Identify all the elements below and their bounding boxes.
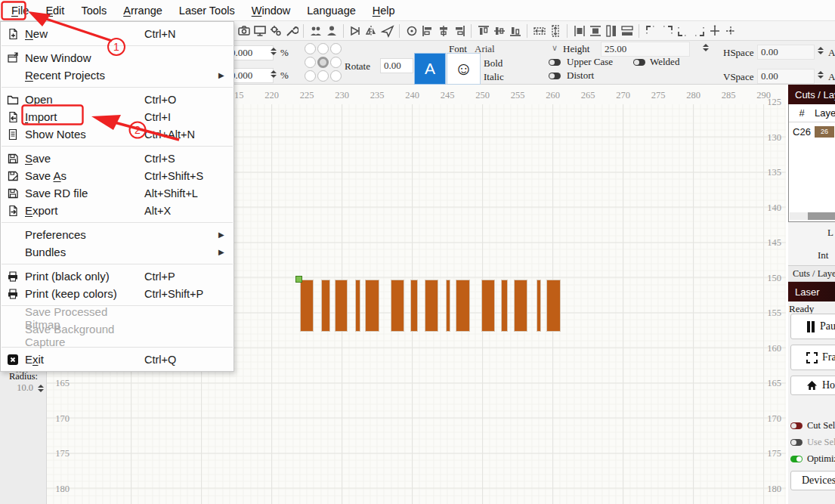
menu-item-save-as[interactable]: Save AsCtrl+Shift+S bbox=[1, 167, 233, 184]
file-import-icon bbox=[1, 111, 25, 123]
ruler-tick-v-right: 140 bbox=[756, 202, 781, 214]
font-value[interactable]: Arial bbox=[475, 43, 495, 55]
layer-color-swatch[interactable]: 26 bbox=[815, 126, 834, 138]
toggle-cut-sel[interactable]: Cut Sel bbox=[790, 420, 835, 431]
align-left-icon[interactable] bbox=[419, 23, 435, 39]
x-scale-spinner[interactable] bbox=[269, 45, 277, 57]
menu-item-new-window[interactable]: New Window bbox=[1, 49, 233, 66]
menu-item-open[interactable]: OpenCtrl+O bbox=[1, 91, 233, 108]
align-middle-icon[interactable] bbox=[491, 23, 507, 39]
size-height-icon[interactable] bbox=[547, 23, 563, 39]
menu-item-export[interactable]: ExportAlt+X bbox=[1, 202, 233, 219]
welded-toggle[interactable] bbox=[633, 59, 645, 66]
devices-button[interactable]: Devices bbox=[790, 471, 835, 490]
menu-item-save-background-capture[interactable]: Save Background Capture bbox=[1, 326, 233, 344]
vspace-field[interactable]: 0.00 bbox=[757, 69, 815, 84]
group-icon[interactable] bbox=[308, 23, 323, 39]
pause-button[interactable]: Pause bbox=[790, 314, 835, 339]
cross-move-icon[interactable] bbox=[707, 23, 722, 39]
align-right-icon[interactable] bbox=[451, 23, 467, 39]
hspace-label: HSpace bbox=[723, 47, 753, 59]
wrench-icon[interactable] bbox=[283, 23, 299, 39]
plane-icon[interactable] bbox=[379, 23, 395, 39]
italic-option[interactable]: Italic bbox=[484, 71, 504, 83]
toggle-optimiz[interactable]: Optimiz bbox=[790, 453, 835, 465]
upper-case-toggle[interactable] bbox=[549, 59, 561, 66]
layer-row[interactable]: C26 26 bbox=[789, 122, 835, 141]
size-width-icon[interactable] bbox=[531, 23, 547, 39]
settings-icon[interactable] bbox=[268, 23, 283, 39]
height-spinner[interactable] bbox=[701, 42, 710, 54]
menu-help[interactable]: Help bbox=[364, 0, 404, 21]
layers-hscrollbar[interactable] bbox=[790, 212, 835, 220]
corner-tl-icon[interactable] bbox=[643, 23, 659, 39]
file-menu-dropdown: NewCtrl+NNew WindowRecent Projects▶OpenC… bbox=[0, 21, 234, 372]
menu-item-show-notes[interactable]: Show NotesCtrl+Alt+N bbox=[1, 125, 233, 143]
menu-item-new[interactable]: NewCtrl+N bbox=[1, 25, 233, 42]
ruler-tick-v-right: 130 bbox=[756, 131, 781, 144]
monitor-icon[interactable] bbox=[252, 23, 268, 39]
menu-language[interactable]: Language bbox=[298, 0, 364, 21]
menu-laser-tools[interactable]: Laser Tools bbox=[171, 0, 243, 21]
frame-button[interactable]: Frame bbox=[790, 345, 835, 370]
menu-item-exit[interactable]: ExitCtrl+Q bbox=[1, 351, 233, 368]
notes-icon bbox=[1, 128, 25, 141]
menu-edit[interactable]: Edit bbox=[37, 0, 73, 21]
menu-item-bundles[interactable]: Bundles▶ bbox=[1, 243, 233, 261]
flip-icon[interactable] bbox=[363, 23, 379, 39]
menu-file[interactable]: File bbox=[3, 0, 37, 21]
anchor-point-selector[interactable] bbox=[305, 43, 342, 83]
distribute-center-icon[interactable] bbox=[587, 23, 603, 39]
folder-open-icon bbox=[1, 94, 25, 106]
cuts-layers-header: Cuts / Layers bbox=[788, 85, 835, 104]
y-scale-spinner[interactable] bbox=[269, 68, 277, 80]
rotate-field[interactable]: 0.00 bbox=[380, 58, 413, 73]
menu-tools[interactable]: Tools bbox=[73, 0, 115, 21]
focus-icon[interactable] bbox=[404, 23, 419, 39]
cross-position-icon[interactable] bbox=[722, 23, 738, 39]
distribute-v-icon[interactable] bbox=[603, 23, 619, 39]
menu-item-label: Preferences bbox=[25, 228, 144, 241]
menu-window[interactable]: Window bbox=[243, 0, 299, 21]
distribute-left-icon[interactable] bbox=[571, 23, 587, 39]
distort-toggle[interactable] bbox=[549, 73, 561, 79]
menu-item-import[interactable]: ImportCtrl+I bbox=[1, 108, 233, 125]
distribute-h-icon[interactable] bbox=[619, 23, 635, 39]
height-field[interactable]: 25.00 bbox=[601, 42, 690, 57]
barcode-bar bbox=[300, 280, 314, 332]
align-top-icon[interactable] bbox=[475, 23, 491, 39]
menu-arrange[interactable]: Arrange bbox=[115, 0, 171, 21]
menu-item-label: Open bbox=[25, 93, 144, 106]
menu-item-print-keep-colors-[interactable]: Print (keep colors)Ctrl+Shift+P bbox=[1, 285, 233, 302]
toggle-use-sel[interactable]: Use Sel bbox=[790, 437, 835, 448]
menu-item-preferences[interactable]: Preferences▶ bbox=[1, 226, 233, 243]
corner-tr-icon[interactable] bbox=[659, 23, 675, 39]
send-icon[interactable] bbox=[348, 23, 363, 39]
align-bottom-icon[interactable] bbox=[507, 23, 523, 39]
vspace-spinner[interactable] bbox=[816, 69, 824, 81]
upper-case-label: Upper Case bbox=[567, 56, 613, 68]
align-center-icon[interactable] bbox=[435, 23, 451, 39]
hspace-suffix: A bbox=[828, 47, 835, 59]
menu-item-save-rd-file[interactable]: Save RD fileAlt+Shift+L bbox=[1, 184, 233, 202]
toggle-label: Cut Sel bbox=[807, 420, 835, 431]
ruler-tick-v-right: 125 bbox=[756, 96, 781, 108]
menu-item-recent-projects[interactable]: Recent Projects▶ bbox=[1, 66, 233, 84]
corner-bl-icon[interactable] bbox=[675, 23, 691, 39]
menu-item-print-black-only-[interactable]: Print (black only)Ctrl+P bbox=[1, 267, 233, 285]
tab-cuts-layers[interactable]: Cuts / Layers bbox=[788, 265, 835, 282]
hspace-field[interactable]: 0.00 bbox=[757, 45, 815, 60]
hspace-spinner[interactable] bbox=[816, 45, 824, 57]
printer-icon bbox=[1, 271, 25, 283]
menu-item-save[interactable]: SaveCtrl+S bbox=[1, 150, 233, 167]
user-icon[interactable] bbox=[323, 23, 339, 39]
bold-option[interactable]: Bold bbox=[484, 57, 503, 70]
emoji-button[interactable]: ☺ bbox=[447, 53, 481, 85]
camera-icon[interactable] bbox=[236, 23, 252, 39]
text-tool-button[interactable]: A bbox=[414, 53, 446, 85]
home-button[interactable]: Home bbox=[790, 376, 835, 395]
chevron-down-icon[interactable]: ∨ bbox=[552, 43, 558, 53]
radius-value[interactable]: 10.0 bbox=[6, 382, 33, 394]
radius-spinner[interactable] bbox=[36, 382, 45, 394]
corner-br-icon[interactable] bbox=[691, 23, 707, 39]
